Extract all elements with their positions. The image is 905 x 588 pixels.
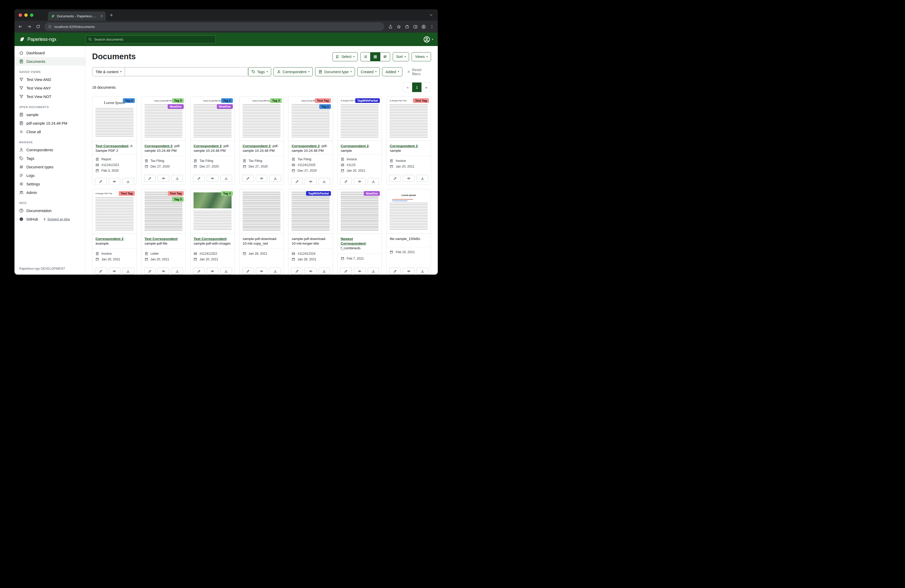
browser-tab[interactable]: Documents - Paperless-ngx [48, 11, 106, 21]
tag-badge[interactable]: Tag 2 [221, 98, 233, 103]
document-thumbnail[interactable]: Lorem Ipsum Tag 2 [92, 97, 137, 141]
edit-button[interactable] [95, 178, 106, 185]
site-info-icon[interactable] [48, 25, 52, 29]
sidebar-item-settings[interactable]: Settings [14, 180, 85, 188]
preview-button[interactable] [109, 268, 120, 274]
sidebar-item-logs[interactable]: Logs [14, 171, 85, 180]
new-tab-button[interactable] [110, 13, 113, 17]
browser-menu-icon[interactable] [430, 25, 434, 29]
download-button[interactable] [368, 268, 379, 274]
download-button[interactable] [122, 268, 134, 274]
filter-added-dropdown[interactable]: Added▾ [382, 67, 402, 76]
document-thumbnail[interactable]: Adobe Acrobat PDF Files Tag 2NewOne [191, 97, 235, 141]
extensions-icon[interactable] [405, 25, 409, 29]
select-dropdown[interactable]: Select ▾ [332, 52, 358, 61]
side-panel-icon[interactable] [413, 25, 418, 29]
preview-button[interactable] [403, 175, 414, 182]
share-icon[interactable] [388, 25, 393, 29]
filter-correspondent-dropdown[interactable]: Correspondent▾ [273, 67, 313, 76]
address-bar[interactable]: localhost:4200/documents [44, 22, 384, 31]
correspondent-link[interactable]: Newest Correspondent [341, 237, 366, 246]
tag-badge[interactable]: NewOne [168, 104, 184, 109]
views-dropdown[interactable]: Views ▾ [411, 52, 431, 61]
sidebar-item-test-view-and[interactable]: Test View AND [14, 75, 85, 84]
edit-button[interactable] [389, 268, 401, 274]
back-icon[interactable] [18, 24, 23, 29]
download-button[interactable] [221, 268, 232, 274]
download-button[interactable] [319, 178, 330, 185]
correspondent-link[interactable]: Correspondent 2 [341, 144, 369, 148]
document-thumbnail[interactable]: Lorem ipsum [387, 189, 431, 234]
tag-badge[interactable]: Test Tag [119, 191, 135, 196]
preview-button[interactable] [207, 268, 218, 274]
preview-button[interactable] [157, 268, 169, 274]
document-thumbnail[interactable]: Adobe Acrobat PDF Files Tag 3 [240, 97, 284, 141]
correspondent-link[interactable]: Correspondent 2 [194, 144, 221, 148]
edit-button[interactable] [193, 175, 205, 182]
preview-button[interactable] [109, 178, 120, 185]
tag-badge[interactable]: Tag 2 [123, 98, 135, 103]
edit-button[interactable] [144, 268, 156, 274]
tab-close-icon[interactable] [100, 14, 103, 18]
document-thumbnail[interactable]: A Simple PDF File Test Tag [92, 189, 137, 234]
document-thumbnail[interactable]: NewOne [338, 189, 382, 234]
download-button[interactable] [269, 268, 281, 274]
tab-search-icon[interactable] [429, 13, 433, 17]
edit-button[interactable] [242, 175, 254, 182]
reload-icon[interactable] [36, 24, 40, 29]
tag-badge[interactable]: Tag 3 [172, 98, 184, 103]
download-button[interactable] [269, 175, 281, 182]
sidebar-item-documents[interactable]: Documents [14, 57, 85, 66]
preview-button[interactable] [157, 175, 169, 182]
download-button[interactable] [319, 268, 330, 274]
tag-badge[interactable]: Test Tag [315, 98, 331, 103]
sidebar-item-dashboard[interactable]: Dashboard [14, 49, 85, 57]
edit-button[interactable] [340, 178, 352, 185]
preview-button[interactable] [354, 178, 365, 185]
user-menu[interactable]: ▾ [423, 36, 433, 43]
view-list-button[interactable] [360, 52, 370, 61]
correspondent-link[interactable]: Correspondent 2 [292, 144, 319, 148]
document-thumbnail[interactable]: TagWithPartial [289, 189, 333, 234]
search-input[interactable] [94, 38, 213, 41]
document-thumbnail[interactable]: A Simple PDF File Test Tag [387, 97, 431, 141]
sidebar-item-tags[interactable]: Tags [14, 154, 85, 163]
sidebar-item-github[interactable]: GitHub Suggest an idea [14, 215, 85, 223]
app-brand[interactable]: Paperless-ngx [19, 36, 86, 42]
next-page-button[interactable]: » [421, 82, 431, 92]
correspondent-link[interactable]: Test Correspondent [194, 237, 226, 241]
suggest-an-idea-link[interactable]: Suggest an idea [43, 217, 70, 221]
edit-button[interactable] [242, 268, 254, 274]
sidebar-item-sample[interactable]: sample [14, 110, 85, 119]
tag-badge[interactable]: Tag 3 [221, 191, 233, 196]
browser-profile-icon[interactable] [421, 25, 426, 29]
view-details-button[interactable] [380, 52, 390, 61]
filter-document-type-dropdown[interactable]: Document type▾ [315, 67, 355, 76]
window-zoom-button[interactable] [30, 13, 33, 17]
edit-button[interactable] [144, 175, 156, 182]
preview-button[interactable] [305, 268, 316, 274]
sidebar-item-admin[interactable]: Admin [14, 188, 85, 197]
download-button[interactable] [122, 178, 134, 185]
correspondent-link[interactable]: Correspondent 2 [243, 144, 271, 148]
page-1-button[interactable]: 1 [412, 82, 422, 92]
document-thumbnail[interactable] [240, 189, 284, 234]
edit-button[interactable] [291, 178, 303, 185]
download-button[interactable] [171, 268, 183, 274]
correspondent-link[interactable]: Test Correspondent [144, 237, 178, 241]
previous-page-button[interactable]: « [403, 82, 413, 92]
bookmark-star-icon[interactable] [397, 25, 401, 29]
correspondent-link[interactable]: Correspondent 2 [390, 144, 418, 148]
preview-button[interactable] [305, 178, 316, 185]
document-thumbnail[interactable]: Adobe Acrobat PDF Files Tag 3NewOne [141, 97, 186, 141]
tag-badge[interactable]: Test Tag [168, 191, 184, 196]
preview-button[interactable] [256, 175, 268, 182]
edit-button[interactable] [95, 268, 106, 274]
sidebar-item-close-all[interactable]: Close all [14, 127, 85, 136]
document-thumbnail[interactable]: A Simple PDF File TagWithPartial [338, 97, 382, 141]
download-button[interactable] [416, 175, 428, 182]
sidebar-item-pdf-sample-10-24-48-pm[interactable]: pdf-sample 10.24.48 PM [14, 119, 85, 127]
download-button[interactable] [171, 175, 183, 182]
edit-button[interactable] [193, 268, 205, 274]
edit-button[interactable] [291, 268, 303, 274]
